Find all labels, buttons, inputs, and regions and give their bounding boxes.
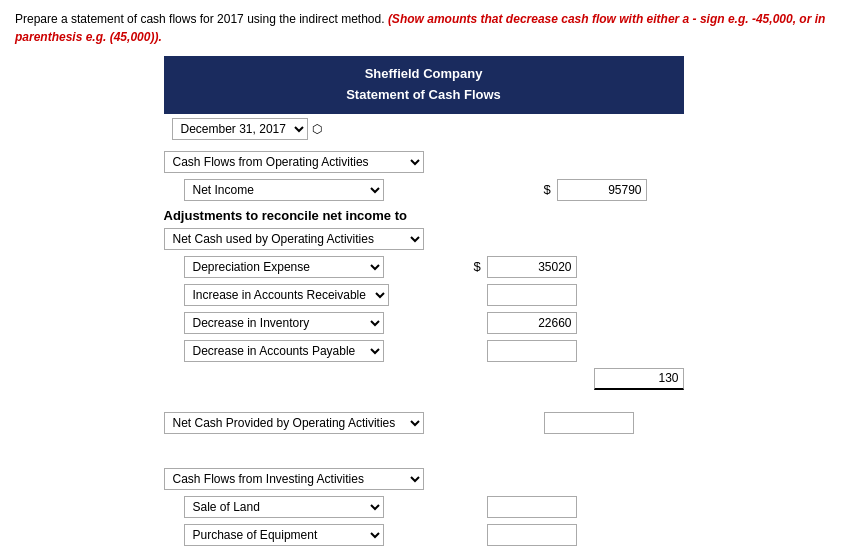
- purchase-equipment-select[interactable]: Purchase of Equipment: [184, 524, 384, 546]
- depreciation-select[interactable]: Depreciation Expense: [184, 256, 384, 278]
- depreciation-row: Depreciation Expense $: [164, 253, 684, 281]
- operating-section: Cash Flows from Operating Activities Net…: [164, 148, 684, 437]
- company-name: Sheffield Company: [176, 64, 672, 85]
- net-cash-provided-row: Net Cash Provided by Operating Activitie…: [164, 409, 684, 437]
- inventory-row: Decrease in Inventory: [164, 309, 684, 337]
- net-income-dollar: $: [544, 182, 554, 197]
- accounts-receivable-row: Increase in Accounts Receivable: [164, 281, 684, 309]
- investing-section: Cash Flows from Investing Activities Sal…: [164, 465, 684, 549]
- subtotal-row: [164, 365, 684, 393]
- subtotal-input[interactable]: [594, 368, 684, 390]
- depreciation-dollar: $: [474, 259, 484, 274]
- inventory-select[interactable]: Decrease in Inventory: [184, 312, 384, 334]
- net-income-select[interactable]: Net Income: [184, 179, 384, 201]
- investing-activities-row: Cash Flows from Investing Activities: [164, 465, 684, 493]
- accounts-payable-row: Decrease in Accounts Payable: [164, 337, 684, 365]
- company-header: Sheffield Company Statement of Cash Flow…: [164, 56, 684, 114]
- statement-title: Statement of Cash Flows: [176, 85, 672, 106]
- inventory-input[interactable]: [487, 312, 577, 334]
- accounts-payable-input[interactable]: [487, 340, 577, 362]
- depreciation-input[interactable]: [487, 256, 577, 278]
- net-cash-used-select[interactable]: Net Cash used by Operating Activities: [164, 228, 424, 250]
- sale-of-land-input[interactable]: [487, 496, 577, 518]
- instruction-bold: (Show amounts that decrease cash flow wi…: [15, 12, 825, 44]
- sale-of-land-select[interactable]: Sale of Land: [184, 496, 384, 518]
- purchase-equipment-row: Purchase of Equipment: [164, 521, 684, 549]
- date-row: December 31, 2017 ⬡: [164, 114, 684, 144]
- net-cash-provided-input[interactable]: [544, 412, 634, 434]
- net-income-row: Net Income $: [164, 176, 684, 204]
- accounts-receivable-select[interactable]: Increase in Accounts Receivable: [184, 284, 389, 306]
- accounts-payable-select[interactable]: Decrease in Accounts Payable: [184, 340, 384, 362]
- date-select[interactable]: December 31, 2017: [172, 118, 308, 140]
- operating-activities-row: Cash Flows from Operating Activities: [164, 148, 684, 176]
- dropdown-indicator: ⬡: [312, 122, 322, 136]
- purchase-equipment-input[interactable]: [487, 524, 577, 546]
- accounts-receivable-input[interactable]: [487, 284, 577, 306]
- net-cash-used-row: Net Cash used by Operating Activities: [164, 225, 684, 253]
- sale-of-land-row: Sale of Land: [164, 493, 684, 521]
- net-income-input[interactable]: [557, 179, 647, 201]
- adjustments-label: Adjustments to reconcile net income to: [164, 204, 684, 225]
- instruction-text: Prepare a statement of cash flows for 20…: [15, 10, 832, 46]
- investing-activities-select[interactable]: Cash Flows from Investing Activities: [164, 468, 424, 490]
- net-cash-provided-select[interactable]: Net Cash Provided by Operating Activitie…: [164, 412, 424, 434]
- operating-activities-select[interactable]: Cash Flows from Operating Activities: [164, 151, 424, 173]
